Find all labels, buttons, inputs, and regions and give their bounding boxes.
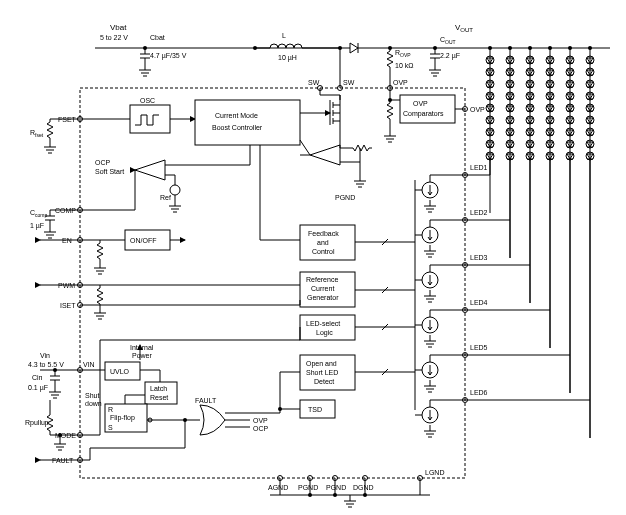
iset-pin: ISET — [60, 302, 76, 309]
agnd-pin: AGND — [268, 484, 288, 491]
svg-point-136 — [183, 418, 187, 422]
vout-label: VOUT — [455, 23, 473, 33]
svg-text:Power: Power — [132, 352, 153, 359]
ccomp-label: Ccomp — [30, 209, 48, 218]
svg-text:Comparators: Comparators — [403, 110, 444, 118]
pgnd2-pin: PGND — [326, 484, 346, 491]
dgnd-pin: DGND — [353, 484, 374, 491]
svg-text:Control: Control — [312, 248, 335, 255]
ind-label: L — [282, 32, 286, 39]
svg-text:LED-select: LED-select — [306, 320, 340, 327]
svg-text:Open and: Open and — [306, 360, 337, 368]
svg-text:R: R — [108, 406, 113, 413]
svg-text:OVP: OVP — [413, 100, 428, 107]
svg-text:OVP: OVP — [253, 417, 268, 424]
svg-text:down: down — [85, 400, 102, 407]
ovp-pin: OVP — [393, 79, 408, 86]
svg-text:and: and — [317, 239, 329, 246]
cbat-label: Cbat — [150, 34, 165, 41]
rovp-val: 10 kΩ — [395, 62, 413, 69]
svg-text:OSC: OSC — [140, 97, 155, 104]
svg-text:Reset: Reset — [150, 394, 168, 401]
svg-text:Ref: Ref — [160, 194, 171, 201]
svg-point-145 — [278, 407, 282, 411]
svg-text:OCP: OCP — [95, 159, 111, 166]
svg-text:Logic: Logic — [316, 329, 333, 337]
svg-text:UVLO: UVLO — [110, 368, 130, 375]
osc-block — [130, 105, 170, 133]
block-diagram: Vbat 5 to 22 V Cbat 4.7 µF/35 V L 10 µH … — [0, 0, 626, 515]
rfset-label: Rfset — [30, 129, 44, 138]
rpullup-label: Rpullup — [25, 419, 49, 427]
sw2-pin: SW — [343, 79, 355, 86]
led2-pin: LED2 — [470, 209, 488, 216]
cout-val: 2.2 µF — [440, 52, 460, 60]
vin-pin: VIN — [83, 361, 95, 368]
svg-text:Flip-flop: Flip-flop — [110, 414, 135, 422]
svg-point-196 — [308, 493, 312, 497]
led6-pin: LED6 — [470, 389, 488, 396]
svg-text:Boost Controller: Boost Controller — [212, 124, 263, 131]
rovp-label: ROVP — [395, 49, 411, 58]
boost-block — [195, 100, 300, 145]
ledsel-block — [300, 315, 355, 340]
svg-text:Current: Current — [311, 285, 334, 292]
svg-text:Current Mode: Current Mode — [215, 112, 258, 119]
svg-text:Internal: Internal — [130, 344, 154, 351]
svg-text:Reference: Reference — [306, 276, 338, 283]
pgnd-int: PGND — [335, 194, 355, 201]
ovp-out: OVP — [470, 106, 485, 113]
cin-label: Cin — [32, 374, 43, 381]
svg-text:Feedback: Feedback — [308, 230, 339, 237]
vbat-label: Vbat — [110, 23, 127, 32]
vin-label: Vin — [40, 352, 50, 359]
led-strings — [486, 46, 594, 438]
svg-point-150 — [58, 433, 62, 437]
svg-point-198 — [363, 493, 367, 497]
cout-label: COUT — [440, 36, 456, 45]
svg-text:Shut: Shut — [85, 392, 99, 399]
svg-point-197 — [333, 493, 337, 497]
svg-text:Detect: Detect — [314, 378, 334, 385]
svg-text:S: S — [108, 424, 113, 431]
svg-text:Soft Start: Soft Start — [95, 168, 124, 175]
lgnd-pin: LGND — [425, 469, 444, 476]
vin-range: 4.3 to 5.5 V — [28, 361, 64, 368]
vbat-range: 5 to 22 V — [100, 34, 128, 41]
fault-int: FAULT — [195, 397, 217, 404]
cbat-val: 4.7 µF/35 V — [150, 52, 187, 60]
svg-text:Generator: Generator — [307, 294, 339, 301]
svg-text:OCP: OCP — [253, 425, 269, 432]
ccomp-val: 1 µF — [30, 222, 44, 230]
svg-text:Latch: Latch — [150, 385, 167, 392]
cin-val: 0.1 µF — [28, 384, 48, 392]
sw1-pin: SW — [308, 79, 320, 86]
svg-text:ON/OFF: ON/OFF — [130, 237, 156, 244]
svg-text:TSD: TSD — [308, 406, 322, 413]
led3-pin: LED3 — [470, 254, 488, 261]
led5-pin: LED5 — [470, 344, 488, 351]
pgnd1-pin: PGND — [298, 484, 318, 491]
led1-pin: LED1 — [470, 164, 488, 171]
ind-val: 10 µH — [278, 54, 297, 62]
svg-text:Short LED: Short LED — [306, 369, 338, 376]
led4-pin: LED4 — [470, 299, 488, 306]
